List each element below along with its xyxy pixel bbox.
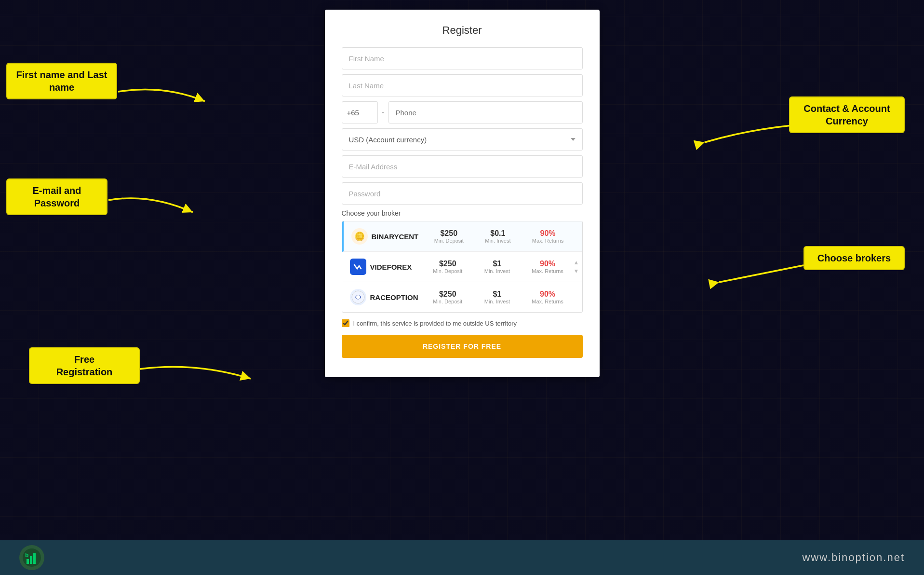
arrow-contact-currency	[697, 116, 794, 154]
annotation-choose-brokers: Choose brokers	[803, 246, 905, 270]
svg-rect-5	[30, 556, 32, 564]
scroll-up-arrow[interactable]: ▲	[574, 259, 579, 266]
broker-scroll-arrows[interactable]: ▲ ▼	[574, 259, 579, 274]
arrow-first-last-name	[116, 75, 212, 113]
svg-text:b: b	[25, 552, 28, 559]
arrow-choose-brokers	[710, 256, 806, 294]
binarycent-max-returns: 90% Max. Returns	[532, 229, 563, 244]
raceoption-name: RACEOPTION	[370, 293, 418, 301]
confirm-row: I confirm, this service is provided to m…	[342, 319, 583, 327]
raceoption-max-returns: 90% Max. Returns	[532, 290, 563, 304]
annotation-free-registration: FreeRegistration	[29, 347, 140, 384]
binarycent-icon: 🪙	[351, 228, 368, 245]
annotation-first-last-name: First name and Last name	[6, 63, 117, 99]
raceoption-stats: $250 Min. Deposit $1 Min. Invest 90% Max…	[422, 290, 575, 304]
phone-number-input[interactable]	[388, 101, 583, 123]
videforex-max-returns: 90% Max. Returns	[532, 260, 563, 274]
register-button[interactable]: REGISTER FOR FREE	[342, 335, 583, 358]
broker-item-videforex[interactable]: VIDEFOREX $250 Min. Deposit $1 Min. Inve…	[342, 252, 582, 282]
broker-item-raceoption[interactable]: RACEOPTION $250 Min. Deposit $1 Min. Inv…	[342, 282, 582, 312]
broker-logo-videforex: VIDEFOREX	[350, 259, 422, 275]
broker-logo-binarycent: 🪙 BINARYCENT	[351, 228, 424, 245]
phone-code-input[interactable]	[342, 101, 378, 123]
binarycent-name: BINARYCENT	[372, 233, 419, 241]
site-logo: b	[19, 545, 44, 570]
svg-rect-6	[33, 553, 36, 564]
raceoption-min-invest: $1 Min. Invest	[484, 290, 510, 304]
videforex-icon	[350, 259, 366, 275]
svg-point-2	[356, 295, 360, 299]
email-input[interactable]	[342, 155, 583, 178]
broker-section-label: Choose your broker	[342, 209, 583, 217]
broker-logo-raceoption: RACEOPTION	[350, 289, 422, 305]
confirm-label: I confirm, this service is provided to m…	[353, 320, 517, 327]
videforex-min-invest: $1 Min. Invest	[484, 260, 510, 274]
registration-form: Register - USD (Account currency) Choose…	[325, 10, 600, 377]
scroll-down-arrow[interactable]: ▼	[574, 268, 579, 274]
last-name-input[interactable]	[342, 74, 583, 96]
annotation-email-password: E-mail andPassword	[6, 178, 107, 215]
svg-rect-4	[27, 559, 29, 564]
arrow-email-password	[106, 186, 202, 224]
videforex-min-deposit: $250 Min. Deposit	[433, 260, 462, 274]
form-title: Register	[342, 24, 583, 37]
phone-separator: -	[382, 101, 385, 123]
binarycent-min-invest: $0.1 Min. Invest	[485, 229, 510, 244]
phone-row: -	[342, 101, 583, 123]
currency-select[interactable]: USD (Account currency)	[342, 128, 583, 151]
first-name-input[interactable]	[342, 47, 583, 69]
raceoption-icon	[350, 289, 366, 305]
binarycent-min-deposit: $250 Min. Deposit	[434, 229, 464, 244]
binarycent-stats: $250 Min. Deposit $0.1 Min. Invest 90% M…	[424, 229, 575, 244]
arrow-free-registration	[137, 357, 258, 396]
site-url: www.binoption.net	[802, 551, 905, 564]
confirm-checkbox[interactable]	[342, 319, 349, 327]
password-input[interactable]	[342, 182, 583, 205]
videforex-name: VIDEFOREX	[370, 263, 412, 271]
broker-item-binarycent[interactable]: 🪙 BINARYCENT $250 Min. Deposit $0.1 Min.…	[342, 221, 582, 252]
annotation-contact-currency: Contact & AccountCurrency	[789, 96, 905, 133]
logo-icon: b	[19, 545, 44, 570]
bottom-bar: b www.binoption.net	[0, 540, 924, 575]
videforex-stats: $250 Min. Deposit $1 Min. Invest 90% Max…	[422, 260, 575, 274]
raceoption-min-deposit: $250 Min. Deposit	[433, 290, 462, 304]
broker-list: 🪙 BINARYCENT $250 Min. Deposit $0.1 Min.…	[342, 221, 583, 313]
